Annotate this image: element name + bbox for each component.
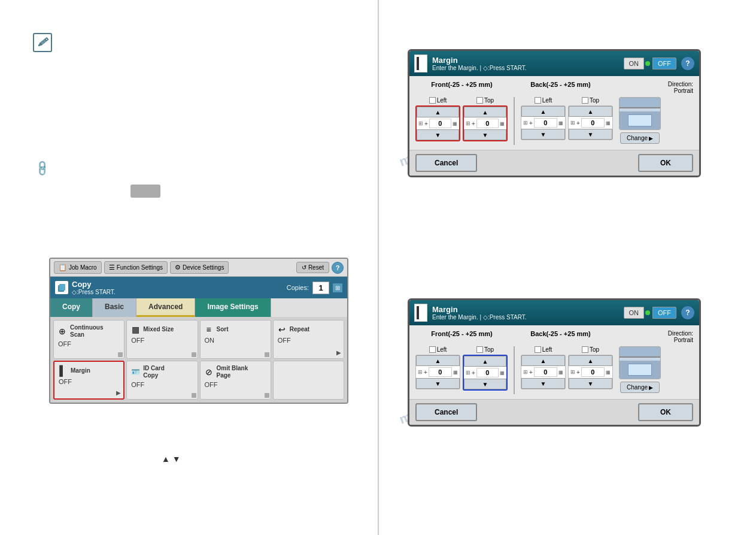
reset-button[interactable]: ↺ Reset (296, 262, 329, 273)
back-left-down-2[interactable]: ▼ (521, 378, 565, 389)
direction-label-1: Direction: Portrait (607, 81, 693, 94)
omit-blank-icon: ⊘ (204, 367, 214, 377)
on-button-1[interactable]: ON (624, 58, 645, 69)
mixed-size-icon: ▦ (130, 324, 141, 335)
function-settings-icon: ☰ (109, 264, 115, 271)
help-button[interactable]: ? (332, 262, 344, 274)
dot-indicator-2 (645, 310, 650, 315)
front-left-spinbox-2: ▲ ⊞ + 0 ▦ ▼ (415, 355, 460, 389)
back-top-checkbox-1[interactable] (582, 97, 588, 104)
id-card-value: OFF (130, 381, 194, 388)
front-top-checkbox-1[interactable] (476, 97, 483, 104)
change-arrow-1: ▶ (649, 135, 653, 141)
margin-help-button-2[interactable]: ? (681, 306, 694, 319)
omit-blank-value: OFF (204, 381, 268, 388)
front-label-1: Front(-25 - +25 mm) (415, 81, 508, 88)
front-left-up-2[interactable]: ▲ (416, 355, 460, 366)
right-panel: manualslib.com manualslib.com Margin Ent… (379, 0, 756, 535)
back-top-up-2[interactable]: ▲ (569, 355, 612, 366)
ok-button-2[interactable]: OK (638, 403, 693, 421)
front-top-up-2[interactable]: ▲ (464, 356, 506, 367)
margin-dialog-1-footer: Cancel OK (409, 150, 699, 176)
back-top-down-1[interactable]: ▼ (569, 129, 612, 140)
off-button-1[interactable]: OFF (652, 58, 676, 69)
sort-corner (265, 352, 269, 357)
margin-dialog-1-header: Margin Enter the Margin. | ◇:Press START… (409, 51, 699, 76)
front-left-value-1: 0 (429, 119, 451, 128)
grid-cell-continuous-scan[interactable]: ⊕ ContinuousScan OFF (53, 320, 125, 359)
front-left-up-1[interactable]: ▲ (417, 107, 459, 117)
margin-page-icon-1 (414, 55, 427, 72)
copies-value: 1 (312, 282, 329, 294)
front-left-value-2: 0 (429, 367, 452, 377)
on-button-2[interactable]: ON (624, 307, 645, 319)
job-macro-icon: 📋 (59, 264, 67, 271)
back-top-up-1[interactable]: ▲ (569, 106, 612, 117)
back-top-value-1: 0 (581, 118, 605, 128)
job-macro-label: Job Macro (69, 264, 97, 271)
sort-title: Sort (217, 326, 229, 333)
ok-button-1[interactable]: OK (638, 154, 693, 172)
repeat-icon: ↩ (277, 324, 287, 335)
copy-svg-icon (57, 283, 66, 292)
omit-blank-corner (265, 393, 269, 398)
help-label: ? (336, 264, 340, 271)
copy-tabs: Copy Basic Advanced Image Settings (50, 298, 347, 317)
function-settings-button[interactable]: ☰ Function Settings (104, 261, 168, 274)
front-left-label-2: Left (437, 346, 447, 353)
device-settings-button[interactable]: ⚙ Device Settings (170, 261, 229, 274)
front-left-down-1[interactable]: ▼ (417, 129, 459, 140)
copy-title-bar: Copy ◇:Press START. Copies: 1 ⊞ (50, 277, 347, 298)
grid-cell-sort[interactable]: ≡ Sort ON (200, 320, 271, 359)
grid-cell-repeat[interactable]: ↩ Repeat OFF ▶ (273, 320, 344, 359)
on-off-group-2: ON OFF (624, 307, 677, 319)
back-label-2: Back(-25 - +25 mm) (514, 330, 607, 337)
front-left-checkbox-2[interactable] (429, 346, 436, 353)
tab-copy[interactable]: Copy (50, 298, 93, 317)
front-top-down-1[interactable]: ▼ (464, 129, 506, 140)
change-button-2[interactable]: Change ▶ (620, 382, 660, 393)
back-left-up-2[interactable]: ▲ (521, 355, 565, 366)
back-left-up-1[interactable]: ▲ (521, 106, 565, 117)
gray-button[interactable] (130, 185, 160, 198)
front-left-down-2[interactable]: ▼ (416, 378, 460, 389)
front-top-label-1: Top (484, 97, 494, 104)
repeat-arrow: ▶ (336, 349, 341, 356)
change-button-1[interactable]: Change ▶ (620, 132, 660, 144)
off-button-2[interactable]: OFF (652, 307, 676, 319)
front-label-2: Front(-25 - +25 mm) (415, 330, 508, 337)
tab-advanced[interactable]: Advanced (136, 298, 195, 317)
tab-image-settings[interactable]: Image Settings (195, 298, 271, 317)
back-top-value-2: 0 (581, 367, 605, 377)
cancel-button-1[interactable]: Cancel (415, 154, 477, 172)
copies-grid-button[interactable]: ⊞ (333, 283, 342, 292)
grid-cell-omit-blank[interactable]: ⊘ Omit BlankPage OFF (200, 361, 271, 400)
front-top-down-2[interactable]: ▼ (464, 379, 506, 389)
grid-cell-margin[interactable]: ▌ Margin OFF ▶ (53, 361, 125, 400)
back-left-label-1: Left (542, 97, 552, 104)
id-card-corner (192, 393, 196, 398)
front-top-up-1[interactable]: ▲ (464, 107, 506, 117)
front-top-checkbox-2[interactable] (476, 346, 483, 353)
front-top-label-2: Top (484, 346, 494, 353)
direction-label-2: Direction: Portrait (607, 330, 693, 343)
id-card-title: ID CardCopy (143, 365, 165, 379)
grid-cell-mixed-size[interactable]: ▦ Mixed Size OFF (126, 320, 198, 359)
back-left-checkbox-2[interactable] (535, 346, 541, 353)
job-macro-button[interactable]: 📋 Job Macro (54, 261, 102, 274)
margin-help-button-1[interactable]: ? (681, 57, 694, 70)
back-left-down-1[interactable]: ▼ (521, 129, 565, 140)
back-left-label-2: Left (542, 346, 552, 353)
front-left-checkbox-1[interactable] (429, 97, 436, 104)
repeat-title: Repeat (290, 326, 309, 333)
back-top-down-2[interactable]: ▼ (569, 378, 612, 389)
function-settings-label: Function Settings (117, 264, 163, 271)
back-left-checkbox-1[interactable] (535, 97, 541, 104)
grid-cell-id-card-copy[interactable]: 🪪 ID CardCopy OFF (126, 361, 198, 400)
change-label-2: Change (627, 384, 648, 391)
omit-blank-title: Omit BlankPage (217, 365, 248, 379)
tab-basic[interactable]: Basic (93, 298, 136, 317)
back-top-checkbox-2[interactable] (582, 346, 588, 353)
back-left-value-2: 0 (534, 367, 557, 377)
cancel-button-2[interactable]: Cancel (415, 403, 477, 421)
